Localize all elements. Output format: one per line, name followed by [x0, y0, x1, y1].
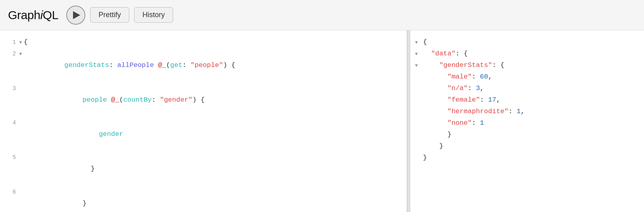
result-line-10: } [410, 141, 644, 152]
result-fold-11 [415, 154, 421, 162]
result-content-4: "male": 60, [423, 71, 492, 83]
result-fold-9 [415, 131, 421, 139]
pane-divider[interactable] [407, 30, 410, 212]
result-fold-8 [415, 120, 421, 128]
result-line-4: "male": 60, [410, 71, 644, 83]
result-line-5: "n/a": 3, [410, 83, 644, 94]
result-line-8: "none": 1 [410, 118, 644, 129]
line-num-4: 4 [5, 118, 16, 128]
result-fold-10 [415, 143, 421, 151]
line-content-2: genderStats: allPeople @_(get: "people")… [24, 48, 235, 83]
result-viewer: ▼ { ▼ "data": { ▼ "genderStats": { "male… [410, 37, 644, 164]
line-content-3: people @_(countBy: "gender") { [26, 83, 205, 118]
result-line-9: } [410, 129, 644, 141]
editor-line-5: 5 } [0, 152, 407, 186]
toolbar: GraphiQL Prettify History [0, 0, 644, 30]
result-content-7: "hermaphrodite": 1, [423, 106, 525, 118]
editor-line-4: 4 gender [0, 117, 407, 152]
result-content-1: { [423, 37, 427, 48]
editor-line-1: 1 ▼ { [0, 37, 407, 48]
result-content-6: "female": 17, [423, 94, 500, 106]
result-fold-5 [415, 85, 421, 93]
result-line-6: "female": 17, [410, 94, 644, 106]
result-fold-2[interactable]: ▼ [415, 50, 421, 58]
line-content-1: { [24, 37, 28, 48]
result-content-2: "data": { [423, 48, 468, 60]
editor-line-2: 2 ▼ genderStats: allPeople @_(get: "peop… [0, 48, 407, 83]
run-button[interactable] [66, 6, 85, 25]
editor-line-3: 3 people @_(countBy: "gender") { [0, 83, 407, 118]
result-content-10: } [423, 141, 443, 152]
result-fold-7 [415, 108, 421, 116]
result-line-3: ▼ "genderStats": { [410, 60, 644, 71]
line-num-5: 5 [5, 153, 16, 163]
line-num-1: 1 [5, 38, 16, 47]
line-num-3: 3 [5, 84, 16, 94]
result-fold-1[interactable]: ▼ [415, 39, 421, 47]
line-content-6: } [26, 186, 87, 212]
result-line-7: "hermaphrodite": 1, [410, 106, 644, 118]
fold-2[interactable]: ▼ [19, 50, 22, 58]
app-title: GraphiQL [8, 8, 58, 22]
main-area: 1 ▼ { 2 ▼ genderStats: allPeople @_(get:… [0, 30, 644, 212]
result-pane: ▼ { ▼ "data": { ▼ "genderStats": { "male… [410, 30, 644, 212]
result-fold-3[interactable]: ▼ [415, 62, 421, 70]
result-content-8: "none": 1 [423, 118, 484, 129]
prettify-button[interactable]: Prettify [90, 7, 129, 23]
result-line-1: ▼ { [410, 37, 644, 48]
editor-line-6: 6 } [0, 186, 407, 212]
query-editor[interactable]: 1 ▼ { 2 ▼ genderStats: allPeople @_(get:… [0, 37, 407, 212]
result-content-5: "n/a": 3, [423, 83, 484, 94]
result-content-9: } [423, 129, 451, 141]
play-icon [73, 11, 80, 19]
fold-1[interactable]: ▼ [19, 39, 22, 47]
line-content-5: } [26, 152, 95, 186]
line-content-4: gender [26, 117, 123, 152]
result-line-2: ▼ "data": { [410, 48, 644, 60]
line-num-2: 2 [5, 49, 16, 59]
result-fold-6 [415, 96, 421, 104]
editor-pane: 1 ▼ { 2 ▼ genderStats: allPeople @_(get:… [0, 30, 407, 212]
result-content-11: } [423, 152, 427, 164]
result-line-11: } [410, 152, 644, 164]
history-button[interactable]: History [134, 7, 173, 23]
line-num-6: 6 [5, 188, 16, 197]
result-fold-4 [415, 73, 421, 81]
result-content-3: "genderStats": { [423, 60, 504, 71]
